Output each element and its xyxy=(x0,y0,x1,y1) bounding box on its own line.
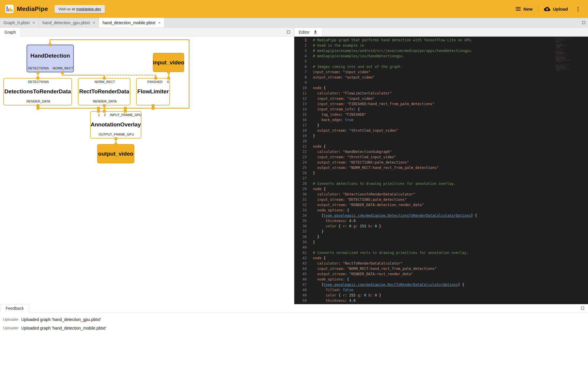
code-line[interactable]: 23 input_stream: "throttled_input_video" xyxy=(294,154,588,160)
close-icon[interactable]: × xyxy=(32,20,35,25)
code-line[interactable]: 13 input_stream: "FINISHED:hand_rect_fro… xyxy=(294,101,588,107)
code-line[interactable]: 29node { xyxy=(294,186,588,192)
tab-graph-view[interactable]: Graph xyxy=(0,28,21,37)
code-line[interactable]: 49 color { r: 255 g: 0 b: 0 } xyxy=(294,293,588,298)
port-connector xyxy=(37,77,39,79)
tab-hand-detection-mobile-pbtxt[interactable]: hand_detection_mobile.pbtxt × xyxy=(99,18,164,27)
code-line[interactable]: 41# Converts normalized rects to drawing… xyxy=(294,250,588,255)
code-line[interactable]: 38 } xyxy=(294,234,588,239)
code-line[interactable]: 8output_stream: "output_video" xyxy=(294,75,588,80)
code-line[interactable]: 15 tag_index: "FINISHED" xyxy=(294,112,588,117)
line-number: 35 xyxy=(294,218,307,224)
code-line[interactable]: 4# mediapipie/examples/ios/handdetection… xyxy=(294,53,588,59)
minimap-content: # MediaPipe graph that performs hand det… xyxy=(556,37,580,72)
line-number: 38 xyxy=(294,234,307,239)
code-line[interactable]: 37 } xyxy=(294,229,588,234)
feedback-tab-label: Feedback xyxy=(6,306,24,311)
code-line[interactable]: 45 output_stream: "RENDER_DATA:rect_rend… xyxy=(294,271,588,277)
code-line[interactable]: 14 input_stream_info: { xyxy=(294,107,588,112)
code-line[interactable]: 33 node_options: { xyxy=(294,208,588,213)
tab-graph-0-pbtxt[interactable]: Graph_0.pbtxt × xyxy=(0,18,39,27)
graph-node-output-video[interactable]: output_video xyxy=(97,144,134,163)
code-line[interactable]: 48 filled: false xyxy=(294,287,588,293)
code-line[interactable]: 28# Converts detections to drawing primi… xyxy=(294,181,588,186)
code-line[interactable]: 32 output_stream: "RENDER_DATA:detection… xyxy=(294,202,588,208)
code-line[interactable]: 50 thickness: 4.0 xyxy=(294,298,588,303)
expand-editor-panel-icon[interactable] xyxy=(582,21,585,24)
feedback-panel: Feedback Uploader Uploaded graph 'hand_d… xyxy=(0,304,588,365)
app-title: MediaPipe xyxy=(17,5,48,12)
code-line[interactable]: 25 output_stream: "NORM_RECT:hand_rect_f… xyxy=(294,165,588,170)
download-icon[interactable] xyxy=(313,30,318,35)
graph-node-input-video[interactable]: input_video xyxy=(153,53,184,72)
line-number: 40 xyxy=(294,245,307,250)
code-line[interactable]: 42node { xyxy=(294,255,588,261)
code-line[interactable]: 17 } xyxy=(294,123,588,128)
code-line[interactable]: 10node { xyxy=(294,85,588,91)
port-label-render-data: RENDER_DATA xyxy=(93,100,117,103)
graph-node-rect-to-render-data[interactable]: NORM_RECT RectToRenderData RENDER_DATA xyxy=(78,78,130,105)
visit-link-chip[interactable]: Visit us at mediapipe.dev xyxy=(55,5,105,13)
graph-node-hand-detection[interactable]: HandDetection DETECTIONS NORM_RECT xyxy=(27,45,74,72)
tab-hand-detection-gpu-pbtxt[interactable]: hand_detection_gpu.pbtxt × xyxy=(39,18,99,27)
code-line[interactable]: 27 xyxy=(294,176,588,181)
code-line[interactable]: 11 calculator: "FlowLimiterCalculator" xyxy=(294,91,588,96)
mediapipe-dev-link[interactable]: mediapipe.dev xyxy=(76,7,101,11)
code-line[interactable]: 26} xyxy=(294,170,588,176)
editor-minimap[interactable]: # MediaPipe graph that performs hand det… xyxy=(556,37,580,87)
close-icon[interactable]: × xyxy=(93,20,95,25)
visit-prefix-text: Visit us at xyxy=(58,7,75,11)
code-line[interactable]: 18 output_stream: "throttled_input_video… xyxy=(294,128,588,133)
graph-node-flow-limiter[interactable]: FINISHED 0 FlowLimiter xyxy=(136,78,170,105)
editor-panel-header: Editor xyxy=(294,28,588,37)
code-line[interactable]: 2# Used in the example in xyxy=(294,43,588,48)
code-line[interactable]: 36 color { r: 0 g: 255 b: 0 } xyxy=(294,224,588,229)
code-line[interactable]: 16 back_edge: true xyxy=(294,117,588,123)
port-label-render-data: RENDER_DATA xyxy=(27,100,50,103)
code-line[interactable]: 1# MediaPipe graph that performs hand de… xyxy=(294,38,588,43)
new-button[interactable]: New xyxy=(512,4,536,14)
code-line[interactable]: 22 calculator: "HandDetectionSubgraph" xyxy=(294,149,588,154)
tab-feedback[interactable]: Feedback xyxy=(0,304,29,312)
close-icon[interactable]: × xyxy=(158,20,161,25)
code-line[interactable]: 47 [type.googleapis.com/mediapipe.RectTo… xyxy=(294,282,588,287)
code-line[interactable]: 7input_stream: "input_video" xyxy=(294,69,588,75)
code-line[interactable]: 43 calculator: "RectToRenderDataCalculat… xyxy=(294,261,588,266)
code-line[interactable]: 31 input_stream: "DETECTIONS:palm_detect… xyxy=(294,197,588,202)
code-line[interactable]: 35 thickness: 4.0 xyxy=(294,218,588,224)
feedback-message: Uploaded graph 'hand_detection_gpu.pbtxt… xyxy=(21,317,101,322)
graph-canvas[interactable]: HandDetection DETECTIONS NORM_RECT input… xyxy=(0,37,294,304)
port-connector xyxy=(37,104,39,107)
tabbar-right xyxy=(582,18,588,27)
upload-button[interactable]: Upload xyxy=(540,3,572,15)
code-editor[interactable]: 1# MediaPipe graph that performs hand de… xyxy=(294,37,588,304)
graph-node-detections-to-render-data[interactable]: DETECTIONS DetectionsToRenderData RENDER… xyxy=(3,78,72,105)
kebab-menu-icon[interactable]: ⋮ xyxy=(574,5,583,13)
port-connector xyxy=(154,77,157,79)
code-line[interactable]: 44 input_stream: "NORM_RECT:hand_rect_fr… xyxy=(294,266,588,271)
tab-label: Graph_0.pbtxt xyxy=(4,20,30,25)
expand-graph-panel-icon[interactable] xyxy=(287,30,290,34)
code-line[interactable]: 39} xyxy=(294,239,588,245)
graph-node-annotation-overlay[interactable]: 1 2 INPUT_FRAME_GPU AnnotationOverlay OU… xyxy=(90,111,141,138)
code-line[interactable]: 21node { xyxy=(294,144,588,149)
line-number: 47 xyxy=(294,282,307,287)
code-line[interactable]: 40 xyxy=(294,245,588,250)
code-line[interactable]: 5 xyxy=(294,59,588,64)
expand-feedback-panel-icon[interactable] xyxy=(581,307,584,310)
code-line[interactable]: 9 xyxy=(294,80,588,85)
main-split: Graph HandDetection DETECTIONS NORM_RECT… xyxy=(0,28,588,304)
tab-editor-view[interactable]: Editor xyxy=(294,28,323,37)
line-number: 14 xyxy=(294,107,307,112)
code-line[interactable]: 30 calculator: "DetectionsToRenderDataCa… xyxy=(294,192,588,197)
code-line[interactable]: 34 [type.googleapis.com/mediapipe.Detect… xyxy=(294,213,588,218)
code-line[interactable]: 12 input_stream: "input_video" xyxy=(294,96,588,101)
code-line[interactable]: 3# mediapipie/examples/android/src/java/… xyxy=(294,48,588,53)
code-line[interactable]: 46 node_options: { xyxy=(294,277,588,282)
code-line[interactable]: 19} xyxy=(294,133,588,138)
code-line[interactable]: 6# Images coming into and out of the gra… xyxy=(294,64,588,69)
app-header: MediaPipe Visit us at mediapipe.dev New … xyxy=(0,0,588,18)
code-line[interactable]: 20 xyxy=(294,138,588,144)
line-number: 27 xyxy=(294,176,307,181)
code-line[interactable]: 24 output_stream: "DETECTIONS:palm_detec… xyxy=(294,160,588,165)
